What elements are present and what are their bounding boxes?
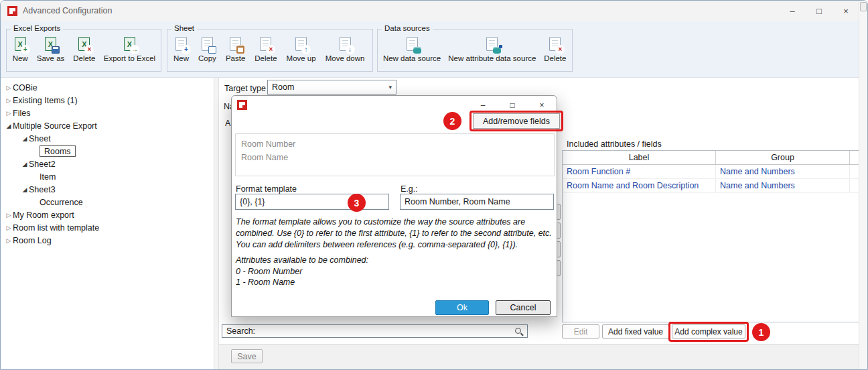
tree-item-label: Sheet2 (29, 160, 56, 169)
tree-item-sheet2[interactable]: ◢Sheet2 (1, 158, 214, 170)
attribute-search-input[interactable]: Search: (222, 324, 528, 338)
ok-button[interactable]: Ok (435, 300, 489, 315)
tree-item-files[interactable]: ▷Files (1, 107, 214, 119)
chevron-expanded-icon[interactable]: ◢ (21, 135, 29, 142)
example-input[interactable]: Room Number, Room Name (400, 194, 554, 210)
tree-item-room-list-with-template[interactable]: ▷Room list with template (1, 221, 214, 234)
tree-item-my-room-export[interactable]: ▷My Room export (1, 208, 214, 221)
example-value: Room Number, Room Name (405, 197, 510, 206)
tree-item-label: Files (13, 109, 30, 118)
add-complex-value-button[interactable]: Add complex value (672, 324, 745, 338)
excel-new-button[interactable]: X+ New (8, 32, 32, 70)
chevron-collapsed-icon[interactable]: ▷ (5, 97, 13, 104)
sheet-delete-button[interactable]: × Delete (250, 32, 281, 70)
sheet-move-down-button[interactable]: ↓ Move down (321, 32, 370, 70)
add-remove-fields-button[interactable]: Add/remove fields (473, 113, 560, 129)
delete-badge-icon: × (85, 46, 93, 54)
tree-item-rooms[interactable]: Rooms (1, 145, 214, 158)
tree-item-label: Room Log (13, 236, 52, 245)
sheet-paste-button[interactable]: Paste (221, 32, 250, 70)
dialog-maximize-button[interactable]: □ (502, 98, 523, 113)
cell-label: Room Function # (563, 165, 716, 178)
chevron-collapsed-icon[interactable]: ▷ (5, 212, 13, 219)
tree-item-existing-items[interactable]: ▷Existing Items (1) (1, 94, 214, 107)
list-item[interactable]: Room Name (241, 151, 554, 164)
sidebar-splitter[interactable] (214, 78, 219, 369)
add-fixed-value-button[interactable]: Add fixed value (602, 324, 669, 338)
excel-save-as-button[interactable]: X Save as (32, 32, 68, 70)
ribbon-group-sheet: Sheet + New Copy Paste × Delete (167, 29, 373, 72)
sheet-new-button[interactable]: + New (169, 32, 194, 70)
database-badge-icon (493, 47, 501, 54)
attribute-data-source-icon (486, 37, 498, 51)
paste-icon (230, 37, 241, 51)
complex-value-dialog: – □ × Add/remove fields 2 Room Number Ro… (231, 95, 557, 317)
tree-item-room-log[interactable]: ▷Room Log (1, 234, 214, 247)
search-label: Search: (226, 326, 255, 336)
sheet-copy-button[interactable]: Copy (194, 32, 221, 70)
excel-file-icon: X+ (15, 37, 26, 51)
scrollbar-thumb[interactable] (860, 2, 867, 11)
tree-item-sheet3[interactable]: ◢Sheet3 (1, 183, 214, 196)
export-tree-sidebar: ▷COBie ▷Existing Items (1) ▷Files ◢Multi… (1, 78, 214, 369)
target-type-select[interactable]: Room ▾ (267, 80, 396, 95)
format-help-text: The format template allows you to custom… (236, 217, 556, 251)
tree-item-label: Sheet3 (29, 185, 56, 194)
up-arrow-badge-icon: ↑ (302, 46, 310, 54)
dialog-minimize-button[interactable]: – (472, 98, 494, 113)
chevron-collapsed-icon[interactable]: ▷ (5, 225, 13, 231)
new-attribute-data-source-button[interactable]: New attribute data source (445, 32, 540, 70)
save-button[interactable]: Save (231, 349, 263, 363)
data-source-delete-button[interactable]: × Delete (540, 32, 571, 70)
new-data-source-button[interactable]: New data source (379, 32, 445, 70)
attribute-available-item: 0 - Room Number (236, 267, 302, 276)
ribbon-group-label: Excel Exports (11, 24, 63, 32)
maximize-button[interactable]: □ (806, 1, 833, 21)
edit-button[interactable]: Edit (562, 324, 599, 338)
ribbon-group-label: Data sources (382, 24, 433, 32)
data-source-icon (407, 37, 418, 51)
export-to-excel-button[interactable]: X→ Export to Excel (100, 32, 159, 70)
tree-item-multiple-source-export[interactable]: ◢Multiple Source Export (1, 119, 214, 132)
chevron-collapsed-icon[interactable]: ▷ (5, 110, 13, 117)
tree-item-cobie[interactable]: ▷COBie (1, 81, 214, 94)
window-scrollbar[interactable] (859, 1, 867, 369)
sheet-move-up-button[interactable]: ↑ Move up (282, 32, 321, 70)
copy-badge-icon (208, 46, 216, 54)
database-badge-icon (413, 47, 421, 54)
tree-item-label: Occurrence (40, 198, 83, 207)
excel-file-icon: X× (78, 37, 90, 51)
chevron-expanded-icon[interactable]: ◢ (21, 186, 29, 193)
tree-item-occurrence[interactable]: Occurrence (1, 196, 214, 208)
selected-fields-list[interactable]: Room Number Room Name (235, 133, 555, 176)
format-template-input[interactable]: {0}, {1} (235, 194, 389, 210)
selected-tree-item[interactable]: Rooms (40, 145, 76, 157)
minimize-button[interactable]: – (779, 1, 806, 21)
included-attributes-title: Included attributes / fields (567, 139, 662, 149)
ribbon: Excel Exports X+ New X Save as X× Delete… (1, 21, 867, 78)
dialog-close-button[interactable]: × (531, 98, 553, 113)
chevron-expanded-icon[interactable]: ◢ (5, 123, 13, 129)
column-header-group[interactable]: Group (716, 151, 850, 164)
chevron-collapsed-icon[interactable]: ▷ (5, 84, 13, 91)
tree-item-item[interactable]: Item (1, 170, 214, 183)
format-template-value: {0}, {1} (240, 197, 265, 206)
close-button[interactable]: × (833, 1, 859, 21)
plus-badge-icon: + (182, 46, 190, 54)
attributes-label-fragment: A (225, 119, 230, 128)
tree-item-label: Sheet (29, 134, 51, 143)
excel-delete-button[interactable]: X× Delete (69, 32, 100, 70)
cell-group: Name and Numbers (716, 165, 850, 178)
copy-icon (202, 37, 213, 51)
column-header-label[interactable]: Label (563, 151, 716, 164)
annotation-circle-1: 1 (752, 323, 770, 341)
table-row[interactable]: Room Function # Name and Numbers (563, 165, 860, 179)
tree-item-sheet[interactable]: ◢Sheet (1, 132, 214, 145)
down-arrow-badge-icon: ↓ (346, 46, 354, 54)
list-item[interactable]: Room Number (241, 137, 554, 151)
chevron-expanded-icon[interactable]: ◢ (21, 161, 29, 168)
cancel-button[interactable]: Cancel (496, 300, 551, 315)
table-row[interactable]: Room Name and Room Description Name and … (563, 179, 860, 193)
chevron-collapsed-icon[interactable]: ▷ (5, 237, 13, 244)
document-icon: + (175, 37, 187, 51)
